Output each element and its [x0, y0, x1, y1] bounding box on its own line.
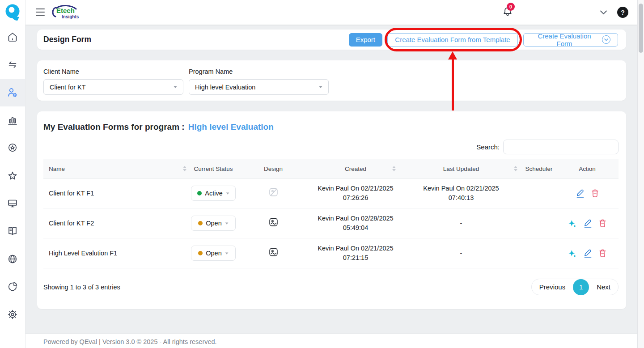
settings-icon: [7, 309, 18, 320]
insights-text: Insights: [62, 14, 79, 19]
design-disabled-icon: [268, 187, 279, 197]
export-button[interactable]: Export: [349, 33, 382, 47]
bar-chart-icon: [7, 115, 18, 126]
edit-icon[interactable]: [583, 218, 592, 228]
next-page-button[interactable]: Next: [589, 279, 618, 295]
program-name-select[interactable]: High level Evaluation: [189, 79, 329, 95]
column-header-scheduler: Scheduler: [522, 159, 556, 178]
edit-icon[interactable]: [583, 248, 592, 258]
sidebar: [0, 0, 25, 348]
sidebar-item-transfer[interactable]: [0, 51, 25, 79]
filters-card: Client Name Client for KT Program Name H…: [37, 60, 626, 101]
sidebar-item-analytics[interactable]: [0, 273, 25, 301]
status-caret-icon: [225, 222, 228, 224]
design-icon[interactable]: [268, 217, 279, 227]
app-root: Etech Insights 0 ?: [0, 0, 644, 348]
footer-text: Powered by QEval | Version 3.0 © 2025 - …: [43, 338, 217, 345]
status-dropdown[interactable]: Open: [191, 216, 236, 231]
etech-insights-logo[interactable]: Etech Insights: [50, 3, 80, 24]
menu-icon[interactable]: [36, 8, 45, 16]
scrollbar-thumb[interactable]: [639, 4, 643, 53]
sidebar-item-home[interactable]: [0, 23, 25, 51]
status-dropdown[interactable]: Open: [191, 246, 236, 261]
sidebar-item-user-settings[interactable]: [0, 79, 25, 106]
help-icon[interactable]: ?: [617, 7, 628, 18]
sidebar-item-monitoring[interactable]: [0, 190, 25, 217]
status-caret-icon: [226, 192, 229, 194]
column-header-action: Action: [556, 159, 619, 178]
status-dot-active: [197, 191, 202, 195]
forms-table: Name Current Status Design Created Last …: [43, 159, 619, 268]
create-from-template-button[interactable]: Create Evaluation Form from Template: [387, 33, 518, 47]
created-cell: Kevin Paul On 02/21/202507:26:26: [311, 184, 400, 203]
qeval-logo[interactable]: [4, 2, 22, 25]
notifications[interactable]: 0: [503, 6, 513, 19]
table-row: Client for KT F1 Active: [43, 178, 619, 208]
book-icon: [7, 225, 18, 237]
page-number-button[interactable]: 1: [573, 279, 589, 295]
status-dot-open: [198, 251, 203, 255]
search-input[interactable]: [503, 140, 619, 154]
row-actions: [556, 248, 619, 258]
column-header-current-status: Current Status: [191, 159, 236, 178]
home-icon: [7, 31, 18, 43]
table-footer: Showing 1 to 3 of 3 entries Previous 1 N…: [43, 279, 619, 295]
user-settings-icon: [7, 87, 18, 98]
sidebar-item-favorites[interactable]: [0, 162, 25, 190]
status-label: Open: [206, 220, 221, 227]
sidebar-item-global[interactable]: [0, 245, 25, 273]
client-filter: Client Name Client for KT: [43, 68, 183, 95]
star-icon: [7, 170, 18, 182]
form-name: Client for KT F1: [43, 189, 191, 198]
topbar-actions: 0 ?: [503, 0, 628, 25]
status-caret-icon: [225, 252, 228, 254]
sidebar-item-quality[interactable]: [0, 134, 25, 162]
status-label: Open: [206, 250, 221, 257]
create-evaluation-form-label: Create Evaluation Form: [531, 32, 598, 47]
previous-page-button[interactable]: Previous: [532, 279, 573, 295]
sparkle-icon[interactable]: [568, 219, 576, 228]
main-content: Design Form Export Create Evaluation For…: [25, 25, 637, 333]
delete-icon[interactable]: [591, 189, 599, 198]
forms-title-prefix: My Evaluation Forms for program :: [43, 122, 185, 132]
pie-chart-icon: [7, 281, 18, 293]
etech-text: Etech: [56, 7, 75, 14]
column-header-created[interactable]: Created: [311, 159, 400, 178]
forms-title: My Evaluation Forms for program :High le…: [43, 122, 619, 132]
sort-icon: [183, 166, 186, 171]
sidebar-item-reports[interactable]: [0, 106, 25, 134]
status-dropdown[interactable]: Active: [191, 186, 236, 201]
delete-icon[interactable]: [598, 249, 607, 258]
delete-icon[interactable]: [598, 219, 607, 228]
sidebar-item-settings[interactable]: [0, 301, 25, 328]
select-caret-icon: [174, 86, 177, 88]
client-name-select[interactable]: Client for KT: [43, 79, 183, 95]
form-name: Client for KT F2: [43, 219, 191, 228]
status-dot-open: [198, 221, 203, 225]
search-label: Search:: [476, 143, 500, 151]
notification-badge: 0: [507, 3, 515, 11]
edit-icon[interactable]: [575, 188, 585, 198]
sparkle-icon[interactable]: [568, 249, 576, 258]
design-icon[interactable]: [268, 247, 279, 257]
forms-title-program[interactable]: High level Evaluation: [188, 122, 274, 132]
program-filter: Program Name High level Evaluation: [189, 68, 329, 95]
row-actions: [556, 188, 619, 198]
transfer-icon: [7, 59, 18, 71]
app-footer: Powered by QEval | Version 3.0 © 2025 - …: [25, 333, 637, 348]
client-name-value: Client for KT: [50, 84, 86, 91]
sort-icon: [392, 166, 396, 171]
column-header-last-updated[interactable]: Last Updated: [400, 159, 522, 178]
status-label: Active: [205, 190, 223, 197]
column-header-name[interactable]: Name: [43, 159, 191, 178]
pagination: Previous 1 Next: [531, 279, 619, 295]
form-name: High Level Evalution F1: [43, 249, 191, 258]
user-menu-chevron-icon[interactable]: [600, 10, 607, 15]
create-evaluation-form-button[interactable]: Create Evaluation Form: [523, 33, 618, 47]
table-header-row: Name Current Status Design Created Last …: [43, 159, 619, 178]
table-row: High Level Evalution F1 Open: [43, 238, 619, 268]
sidebar-item-library[interactable]: [0, 217, 25, 245]
program-name-value: High level Evaluation: [195, 84, 255, 91]
sort-icon: [514, 166, 517, 171]
last-updated-cell: -: [400, 219, 522, 228]
